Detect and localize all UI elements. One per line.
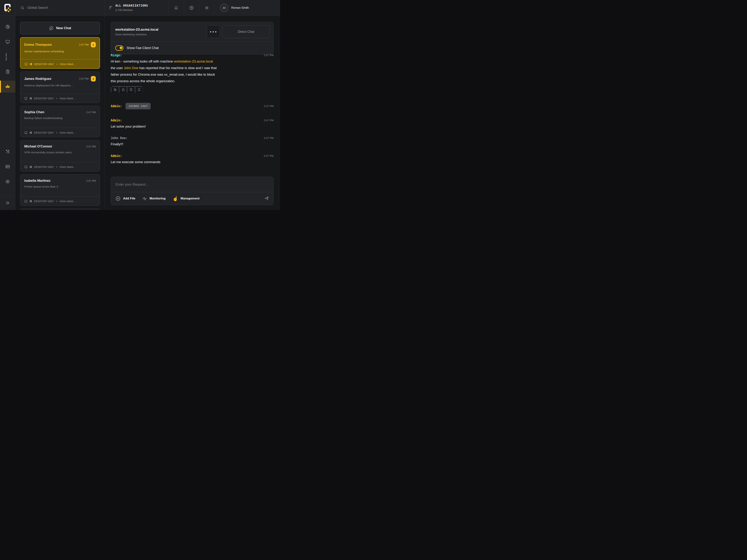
device-row: DESKTOP-2847•Orion Mark… bbox=[24, 94, 96, 103]
copy-button[interactable] bbox=[111, 86, 119, 93]
device-name: DESKTOP-2847 bbox=[34, 97, 54, 100]
help-button[interactable] bbox=[184, 0, 199, 16]
chat-subtitle: Server maintenance scheduling bbox=[24, 50, 96, 53]
send-button[interactable] bbox=[264, 196, 269, 202]
device-row: DESKTOP-2847•Orion Mark… bbox=[24, 128, 96, 137]
send-icon bbox=[264, 196, 269, 201]
monitoring-button[interactable]: Monitoring bbox=[142, 196, 165, 201]
direct-chat-label: Direct Chat bbox=[238, 30, 254, 34]
chat-name: Michael O'Connor bbox=[24, 144, 52, 149]
bell-icon bbox=[174, 6, 178, 10]
dashboard-icon bbox=[5, 24, 10, 29]
app-logo[interactable] bbox=[0, 0, 15, 16]
joined-chat-badge: JOINED CHAT bbox=[126, 103, 151, 109]
message-header: Admin:2:47 PM bbox=[111, 154, 274, 158]
sidebar-item-contacts[interactable] bbox=[0, 161, 15, 172]
chat-subtitle: Printer queue errors floor 2 bbox=[24, 185, 96, 188]
device-name: DESKTOP-2847 bbox=[34, 165, 54, 168]
chat-item-meta: 2:47 PM bbox=[86, 111, 96, 114]
thumbs-up-icon bbox=[121, 88, 125, 91]
sidebar-item-inspect[interactable] bbox=[0, 176, 15, 188]
filter-icon bbox=[109, 6, 112, 9]
direct-chat-button[interactable]: Direct Chat bbox=[222, 25, 270, 38]
chat-list-item[interactable]: Sophia Chen2:47 PMBackup failure trouble… bbox=[20, 106, 100, 137]
regenerate-button[interactable] bbox=[135, 86, 143, 93]
chat-list-item-partial[interactable] bbox=[20, 209, 100, 210]
message-time: 2:47 PM bbox=[264, 136, 274, 139]
new-chat-button[interactable]: New Chat bbox=[20, 22, 100, 34]
monitor-sm-icon bbox=[24, 97, 28, 100]
more-options-button[interactable]: ● ● ● bbox=[207, 25, 220, 38]
organization-selector[interactable]: ALL ORGANIZATIONS 2,720 Devices bbox=[105, 0, 169, 16]
thumbs-down-button[interactable] bbox=[127, 86, 135, 93]
toggle-label: Show Fae-Client Chat bbox=[127, 46, 159, 50]
message-sender: John Doe: bbox=[111, 136, 127, 140]
windows-icon bbox=[29, 200, 32, 203]
chat-list-item[interactable]: Isabella Martinez2:47 PMPrinter queue er… bbox=[20, 174, 100, 206]
chat-plus-icon bbox=[49, 26, 54, 31]
chat-time: 2:47 PM bbox=[86, 145, 96, 148]
message-sender: Admin: bbox=[111, 154, 122, 158]
thumbs-up-button[interactable] bbox=[119, 86, 127, 93]
chat-item-meta: 2:47 PM1 bbox=[79, 76, 96, 81]
chat-list-item[interactable]: Michael O'Connor2:47 PMVPN connectivity … bbox=[20, 140, 100, 171]
org-name: Orion Mark… bbox=[60, 97, 76, 100]
tasks-icon bbox=[5, 69, 10, 74]
notifications-button[interactable] bbox=[169, 0, 184, 16]
message-actions bbox=[111, 86, 143, 93]
user-menu[interactable]: JD Roman Smith bbox=[214, 0, 280, 16]
chat-item-header: Isabella Martinez2:47 PM bbox=[24, 175, 96, 183]
monitoring-label: Monitoring bbox=[150, 197, 165, 201]
chat-item-meta: 2:47 PM bbox=[86, 145, 96, 148]
chat-list-item[interactable]: James Rodriguez2:47 PM1Antivirus deploym… bbox=[20, 72, 100, 103]
theme-toggle-button[interactable] bbox=[199, 0, 214, 16]
machine-title: workstation-23.acme.local bbox=[115, 28, 158, 31]
hand-point-icon: ☝ bbox=[173, 196, 178, 201]
windows-icon bbox=[29, 97, 32, 100]
org-name: Orion Mark… bbox=[60, 62, 76, 65]
unread-badge: 1 bbox=[91, 76, 96, 81]
sidebar-collapse-button[interactable] bbox=[0, 196, 15, 210]
device-name: DESKTOP-2847 bbox=[34, 62, 54, 65]
add-file-button[interactable]: Add File bbox=[115, 196, 135, 201]
chat-item-meta: 2:47 PM1 bbox=[79, 42, 96, 47]
regenerate-icon bbox=[137, 88, 141, 91]
sidebar-item-ai-chat[interactable] bbox=[0, 81, 15, 92]
copy-icon bbox=[113, 88, 117, 91]
sun-icon bbox=[205, 6, 209, 10]
chat-name: James Rodriguez bbox=[24, 77, 51, 81]
chat-subtitle: Backup failure troubleshooting bbox=[24, 116, 96, 120]
contacts-icon bbox=[5, 164, 10, 169]
dot-separator: • bbox=[56, 199, 57, 203]
chat-panel: Mingo:2:47 PMHi ken - something looks of… bbox=[105, 16, 280, 210]
message-body: Finally!!! bbox=[111, 141, 274, 148]
organization-label: ALL ORGANIZATIONS bbox=[115, 4, 148, 7]
global-search-input[interactable]: Global Search bbox=[15, 0, 105, 16]
sidebar-item-tasks[interactable] bbox=[0, 65, 15, 78]
message-body: Hi ken - something looks off with machin… bbox=[111, 58, 274, 84]
fae-client-chat-toggle[interactable] bbox=[115, 45, 124, 51]
chat-item-header: Emma Thompson2:47 PM1 bbox=[24, 37, 96, 47]
device-count: 2,720 Devices bbox=[115, 8, 148, 11]
sidebar-item-tools[interactable] bbox=[0, 145, 15, 158]
highlighted-text: workstation-23.acme.local bbox=[174, 59, 213, 63]
sidebar-item-devices[interactable] bbox=[0, 36, 15, 48]
message-sender: Admin: bbox=[111, 118, 122, 122]
composer: Enter your Request... Add File bbox=[111, 177, 274, 205]
machine-org: Orion Marketing Solutions bbox=[115, 33, 158, 36]
brand-logo-icon bbox=[4, 4, 11, 12]
scripts-icon: { } bbox=[5, 54, 10, 59]
sidebar-item-scripts[interactable]: { } bbox=[0, 51, 15, 63]
monitor-sm-icon bbox=[24, 62, 28, 66]
tools-icon bbox=[5, 149, 10, 154]
monitor-sm-icon bbox=[24, 165, 28, 169]
devices-icon bbox=[5, 39, 10, 44]
request-input[interactable]: Enter your Request... bbox=[111, 177, 274, 192]
sidebar-item-dashboard[interactable] bbox=[0, 21, 15, 33]
search-placeholder: Global Search bbox=[27, 6, 48, 10]
chat-list-item[interactable]: Emma Thompson2:47 PM1Server maintenance … bbox=[20, 37, 100, 69]
chat-header: workstation-23.acme.local Orion Marketin… bbox=[111, 22, 274, 54]
management-button[interactable]: ☝ Management bbox=[173, 196, 200, 201]
user-name: Roman Smith bbox=[231, 6, 249, 9]
chat-item-header: James Rodriguez2:47 PM1 bbox=[24, 72, 96, 81]
